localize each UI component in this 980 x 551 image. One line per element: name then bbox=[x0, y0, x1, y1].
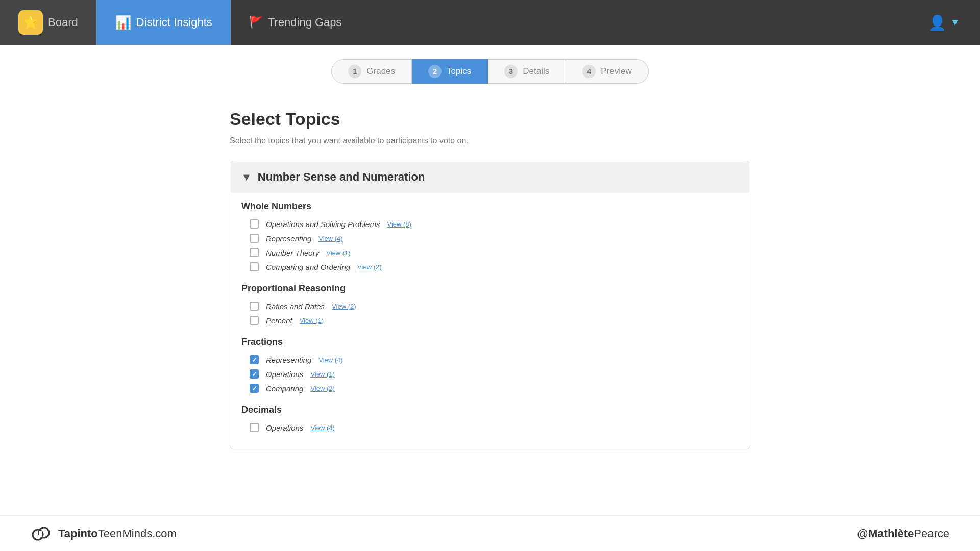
category-body: Whole Numbers Operations and Solving Pro… bbox=[230, 193, 750, 449]
topic-item: Number Theory View (1) bbox=[241, 245, 739, 260]
tab-grades[interactable]: 1 Grades bbox=[331, 59, 412, 84]
tab-preview-label: Preview bbox=[601, 66, 631, 77]
step-num-topics: 2 bbox=[428, 65, 442, 78]
wizard-tabs: 1 Grades 2 Topics 3 Details 4 Preview bbox=[0, 45, 980, 94]
topic-checkbox-representing-fr[interactable] bbox=[250, 355, 259, 364]
topic-item: Representing View (4) bbox=[241, 353, 739, 367]
category-chevron-icon: ▼ bbox=[241, 171, 252, 183]
topic-checkbox-operations-fr[interactable] bbox=[250, 369, 259, 379]
nav-district-insights-label: District Insights bbox=[136, 16, 212, 29]
step-num-preview: 4 bbox=[582, 65, 596, 78]
topic-view-operations-dec[interactable]: View (4) bbox=[310, 424, 334, 432]
footer-brand-right: @MathlètePearce bbox=[850, 527, 949, 540]
topic-checkbox-number-theory[interactable] bbox=[250, 248, 259, 257]
nav-trending-gaps[interactable]: 🚩 Trending Gaps bbox=[231, 0, 360, 45]
nav-district-insights[interactable]: 📊 District Insights bbox=[96, 0, 231, 45]
footer-brand-left: TapintoTeenMinds.com bbox=[31, 523, 177, 544]
nav-board[interactable]: ⭐ Board bbox=[0, 0, 96, 45]
subcategory-decimals: Decimals Operations View (4) bbox=[241, 405, 739, 435]
chain-link-icon bbox=[31, 523, 51, 544]
tab-topics[interactable]: 2 Topics bbox=[412, 59, 488, 84]
category-title: Number Sense and Numeration bbox=[258, 170, 425, 184]
topic-name-percent: Percent bbox=[266, 316, 292, 325]
topic-name-operations-dec: Operations bbox=[266, 423, 303, 432]
step-num-grades: 1 bbox=[348, 65, 361, 78]
topic-view-ops-solving[interactable]: View (8) bbox=[387, 220, 411, 228]
topic-checkbox-comparing-ordering[interactable] bbox=[250, 262, 259, 271]
nav-bar: ⭐ Board 📊 District Insights 🚩 Trending G… bbox=[0, 0, 980, 45]
topic-checkbox-percent[interactable] bbox=[250, 316, 259, 325]
topic-name-comparing-fr: Comparing bbox=[266, 384, 303, 393]
subcategory-title-decimals: Decimals bbox=[241, 405, 739, 415]
topic-checkbox-operations-dec[interactable] bbox=[250, 423, 259, 432]
subcategory-proportional-reasoning: Proportional Reasoning Ratios and Rates … bbox=[241, 283, 739, 328]
topic-checkbox-comparing-fr[interactable] bbox=[250, 384, 259, 393]
chart-icon: 📊 bbox=[115, 15, 131, 31]
nav-board-label: Board bbox=[48, 16, 78, 29]
topic-view-representing-wn[interactable]: View (4) bbox=[318, 235, 342, 242]
topic-item: Comparing and Ordering View (2) bbox=[241, 260, 739, 274]
subcategory-title-whole-numbers: Whole Numbers bbox=[241, 201, 739, 212]
topic-item: Representing View (4) bbox=[241, 231, 739, 245]
topic-checkbox-representing-wn[interactable] bbox=[250, 234, 259, 243]
page-description: Select the topics that you want availabl… bbox=[230, 136, 750, 145]
topic-view-comparing-fr[interactable]: View (2) bbox=[310, 385, 334, 392]
footer: TapintoTeenMinds.com @MathlètePearce bbox=[0, 515, 980, 551]
topic-name-ratios-rates: Ratios and Rates bbox=[266, 302, 325, 311]
topic-item: Percent View (1) bbox=[241, 313, 739, 328]
topic-checkbox-ops-solving[interactable] bbox=[250, 219, 259, 229]
subcategory-whole-numbers: Whole Numbers Operations and Solving Pro… bbox=[241, 201, 739, 274]
board-icon: ⭐ bbox=[18, 10, 43, 35]
subcategory-title-fractions: Fractions bbox=[241, 337, 739, 347]
nav-user-area: 👤 ▼ bbox=[928, 14, 980, 31]
topic-name-number-theory: Number Theory bbox=[266, 248, 319, 257]
flag-icon: 🚩 bbox=[249, 16, 263, 29]
page-title: Select Topics bbox=[230, 109, 750, 129]
topic-view-operations-fr[interactable]: View (1) bbox=[310, 370, 334, 378]
topic-name-comparing-ordering: Comparing and Ordering bbox=[266, 263, 350, 271]
tab-topics-label: Topics bbox=[447, 66, 471, 77]
tab-details[interactable]: 3 Details bbox=[488, 59, 566, 84]
topic-view-ratios-rates[interactable]: View (2) bbox=[332, 303, 356, 310]
subcategory-title-proportional-reasoning: Proportional Reasoning bbox=[241, 283, 739, 294]
main-content: Select Topics Select the topics that you… bbox=[219, 94, 761, 480]
topic-view-comparing-ordering[interactable]: View (2) bbox=[357, 263, 381, 271]
tab-grades-label: Grades bbox=[366, 66, 395, 77]
footer-brand-text-right: @MathlètePearce bbox=[857, 527, 949, 540]
topic-view-percent[interactable]: View (1) bbox=[300, 317, 324, 324]
topic-name-ops-solving: Operations and Solving Problems bbox=[266, 220, 380, 229]
nav-trending-gaps-label: Trending Gaps bbox=[268, 16, 342, 29]
user-avatar-icon[interactable]: 👤 bbox=[928, 14, 946, 31]
topic-name-representing-wn: Representing bbox=[266, 234, 311, 243]
subcategory-fractions: Fractions Representing View (4) Operatio… bbox=[241, 337, 739, 395]
topic-item: Operations View (4) bbox=[241, 420, 739, 435]
topic-item: Operations View (1) bbox=[241, 367, 739, 381]
svg-rect-2 bbox=[39, 531, 42, 537]
topic-view-representing-fr[interactable]: View (4) bbox=[318, 356, 342, 364]
tab-preview[interactable]: 4 Preview bbox=[566, 59, 648, 84]
user-chevron-icon[interactable]: ▼ bbox=[950, 17, 960, 28]
topic-view-number-theory[interactable]: View (1) bbox=[326, 249, 350, 257]
topic-name-operations-fr: Operations bbox=[266, 370, 303, 379]
topic-name-representing-fr: Representing bbox=[266, 356, 311, 364]
category-header[interactable]: ▼ Number Sense and Numeration bbox=[230, 161, 750, 193]
topic-item: Operations and Solving Problems View (8) bbox=[241, 217, 739, 231]
topic-item: Comparing View (2) bbox=[241, 381, 739, 395]
tab-details-label: Details bbox=[523, 66, 549, 77]
topic-item: Ratios and Rates View (2) bbox=[241, 299, 739, 313]
footer-brand-text-left: TapintoTeenMinds.com bbox=[58, 527, 177, 540]
step-num-details: 3 bbox=[504, 65, 518, 78]
topic-checkbox-ratios-rates[interactable] bbox=[250, 302, 259, 311]
category-card: ▼ Number Sense and Numeration Whole Numb… bbox=[230, 161, 750, 449]
